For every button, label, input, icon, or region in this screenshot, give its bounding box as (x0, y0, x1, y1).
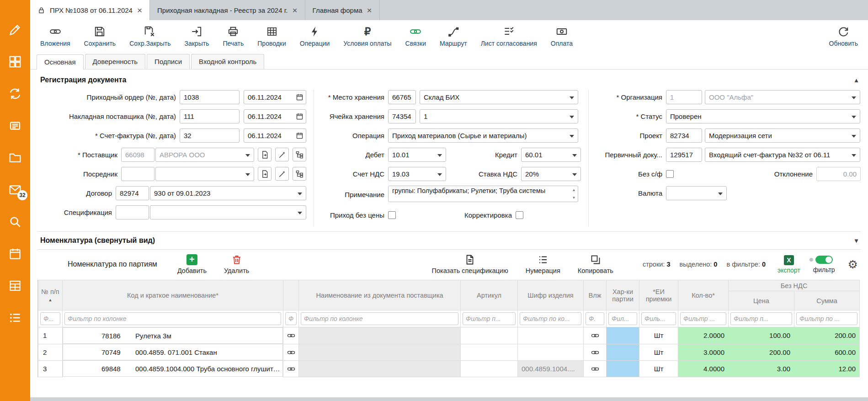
unit-cell[interactable]: Шт (639, 327, 678, 344)
column-filter-input[interactable] (285, 312, 297, 325)
col-header-cipher[interactable]: Шифр изделия (518, 280, 584, 310)
deviation-input[interactable] (816, 167, 861, 181)
col-header-link[interactable] (283, 280, 299, 310)
save-button[interactable]: Сохранить (84, 26, 116, 47)
close-tab-icon[interactable]: × (293, 6, 298, 15)
add-row-button[interactable]: + Добавить (177, 254, 207, 274)
cipher-cell[interactable] (518, 344, 584, 360)
save-close-button[interactable]: Сохр.Закрыть (129, 26, 170, 47)
correction-checkbox[interactable] (516, 211, 523, 219)
col-header-supplier-name[interactable]: Наименование из документа поставщика (299, 280, 461, 310)
storage-cell-code-input[interactable] (388, 109, 416, 123)
supplier-select[interactable]: АВРОРА ООО (155, 148, 254, 162)
calendar-icon[interactable] (296, 132, 304, 139)
codename-cell[interactable]: 78186Рулетка 3м (63, 327, 283, 344)
auto-fill-button[interactable] (275, 167, 289, 181)
col-header-attachment[interactable]: Влж (584, 280, 607, 310)
sum-cell[interactable]: 12.00 (794, 360, 860, 377)
price-cell[interactable]: 200.00 (729, 344, 794, 360)
window-tab-register[interactable]: Приходная накладная - Реестр за 2024 г. … (150, 0, 305, 20)
link-cell[interactable] (283, 327, 299, 344)
route-button[interactable]: Маршрут (440, 26, 467, 47)
project-code-input[interactable] (666, 128, 702, 143)
open-card-button[interactable] (258, 167, 272, 181)
note-textarea[interactable]: группы: Полуфабрикаты; Рулетки; Труба си… (388, 186, 578, 202)
collapse-section-icon[interactable]: ▴ (855, 76, 858, 84)
spec-code-input[interactable] (116, 205, 149, 219)
primary-doc-select[interactable]: Входящий счет-фактура №32 от 06.11 (705, 148, 860, 162)
sum-cell[interactable]: 600.00 (794, 344, 860, 360)
refresh-button[interactable]: Обновить (829, 26, 858, 47)
toggle-switch-icon[interactable] (815, 256, 833, 264)
tab-input-control[interactable]: Входной контроль (191, 54, 264, 69)
vat-account-select[interactable]: 19.03 (388, 167, 446, 181)
batch-char-cell[interactable] (607, 360, 639, 377)
tab-main[interactable]: Основная (37, 54, 84, 70)
sum-cell[interactable]: 200.00 (794, 327, 860, 344)
qty-cell[interactable]: 3.0000 (678, 344, 729, 360)
table-icon[interactable] (8, 279, 22, 293)
project-select[interactable]: Модернизация сети (705, 128, 860, 143)
primary-doc-code-input[interactable] (666, 148, 702, 162)
row-num-cell[interactable]: 3 (38, 360, 63, 377)
link-cell[interactable] (283, 360, 299, 377)
codename-cell[interactable]: 69848000.4859.1004.000 Труба основного г… (63, 360, 283, 377)
currency-select[interactable] (666, 186, 727, 200)
close-tab-icon[interactable]: × (137, 6, 142, 15)
folder-icon[interactable] (8, 151, 22, 165)
hierarchy-button[interactable] (293, 167, 306, 181)
vat-rate-select[interactable]: 20% (521, 167, 581, 181)
order-number-input[interactable] (180, 90, 240, 104)
show-spec-button[interactable]: Показать спецификацию (432, 254, 508, 274)
unit-cell[interactable]: Шт (639, 360, 678, 377)
organization-code-input[interactable] (666, 90, 702, 104)
supplier-name-cell[interactable] (299, 344, 461, 360)
debit-select[interactable]: 10.01 (388, 148, 446, 162)
payment-button[interactable]: Оплата (551, 26, 573, 47)
gear-icon[interactable]: ⚙ (848, 259, 858, 270)
scroll-up-icon[interactable]: ▲ (571, 187, 577, 193)
hierarchy-button[interactable] (293, 148, 306, 161)
column-filter-input[interactable] (463, 312, 516, 325)
unit-cell[interactable]: Шт (639, 344, 678, 360)
col-header-price[interactable]: Цена (729, 291, 794, 310)
col-header-batch-char[interactable]: Хар-ки партии (607, 280, 639, 310)
window-tab-home[interactable]: Главная форма × (305, 0, 380, 20)
col-header-qty[interactable]: Кол-во* (678, 280, 729, 310)
supplier-invoice-number-input[interactable] (180, 109, 240, 123)
cipher-cell[interactable]: 000.4859.1004.... (518, 360, 584, 377)
storage-code-input[interactable] (388, 90, 416, 104)
column-filter-input[interactable] (796, 312, 857, 325)
close-tab-icon[interactable]: × (367, 6, 372, 15)
factura-number-input[interactable] (180, 128, 240, 143)
close-button[interactable]: Закрыть (185, 26, 209, 47)
auto-fill-button[interactable] (275, 148, 289, 161)
postings-button[interactable]: Проводки (257, 26, 286, 47)
column-filter-input[interactable] (641, 312, 676, 325)
article-cell[interactable] (461, 327, 518, 344)
col-header-num[interactable]: № п/п ▲ (38, 280, 63, 310)
codename-cell[interactable]: 70749000.4859. 071.001 Стакан (63, 344, 283, 360)
search-icon[interactable] (8, 215, 22, 229)
row-num-cell[interactable]: 1 (38, 327, 63, 344)
calendar-icon[interactable] (296, 93, 304, 101)
print-button[interactable]: Печать (223, 26, 244, 47)
table-row[interactable]: 2 70749000.4859. 071.001 Стакан Шт 3.000… (38, 344, 860, 360)
contract-select[interactable]: 930 от 09.01.2023 (150, 186, 306, 200)
spec-select[interactable] (150, 205, 306, 219)
dashboard-icon[interactable] (8, 55, 22, 69)
open-card-button[interactable] (258, 148, 272, 161)
batch-char-cell[interactable] (607, 327, 639, 344)
numbering-button[interactable]: Нумерация (526, 254, 560, 274)
link-cell[interactable] (283, 344, 299, 360)
supplier-code-input[interactable] (121, 148, 154, 162)
table-row[interactable]: 3 69848000.4859.1004.000 Труба основного… (38, 360, 860, 377)
copy-button[interactable]: Копировать (578, 254, 613, 274)
column-filter-input[interactable] (730, 312, 792, 325)
terminal-icon[interactable] (8, 119, 22, 133)
article-cell[interactable] (461, 344, 518, 360)
approval-sheet-button[interactable]: Лист согласования (481, 26, 537, 47)
menu-list-icon[interactable] (8, 311, 22, 325)
organization-select[interactable]: ООО "Альфа" (705, 90, 860, 104)
delete-row-button[interactable]: Удалить (224, 254, 249, 274)
